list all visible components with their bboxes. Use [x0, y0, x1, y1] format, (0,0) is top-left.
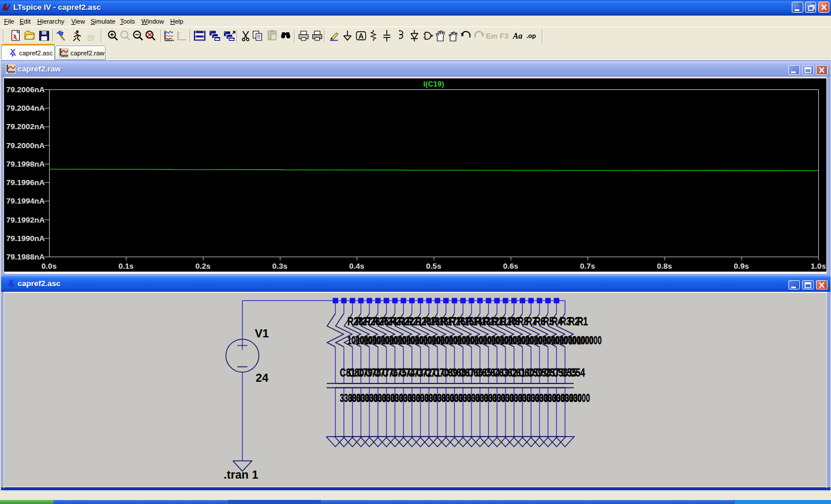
svg-text:79.1992nA: 79.1992nA — [6, 216, 45, 224]
svg-text:24: 24 — [256, 371, 269, 383]
svg-text:33000: 33000 — [570, 392, 590, 405]
svg-text:0.9s: 0.9s — [734, 262, 749, 270]
svg-text:0.1s: 0.1s — [118, 262, 133, 270]
svg-text:79.1988nA: 79.1988nA — [6, 253, 45, 261]
svg-text:C54: C54 — [570, 366, 585, 379]
svg-text:A: A — [358, 32, 364, 40]
svg-text:0.2s: 0.2s — [195, 262, 210, 270]
svg-text:0.3s: 0.3s — [272, 262, 287, 270]
svg-text:Em: Em — [486, 32, 497, 40]
svg-text:Aa: Aa — [512, 32, 522, 40]
svg-text:79.1994nA: 79.1994nA — [6, 197, 45, 205]
svg-text:79.2006nA: 79.2006nA — [6, 85, 45, 94]
svg-text:1.0s: 1.0s — [811, 262, 826, 270]
svg-text:0.8s: 0.8s — [657, 262, 672, 270]
svg-text:.tran 1: .tran 1 — [224, 468, 259, 480]
svg-text:79.1996nA: 79.1996nA — [6, 178, 45, 187]
svg-text:0.5s: 0.5s — [426, 262, 441, 270]
svg-text:R1: R1 — [577, 314, 588, 328]
svg-text:79.2002nA: 79.2002nA — [6, 122, 45, 131]
svg-text:0.4s: 0.4s — [349, 262, 364, 270]
svg-text:0.0s: 0.0s — [42, 262, 57, 270]
svg-text:0.6s: 0.6s — [503, 262, 518, 270]
svg-text:100000: 100000 — [577, 334, 602, 347]
svg-text:79.2004nA: 79.2004nA — [6, 104, 45, 112]
svg-text:79.1998nA: 79.1998nA — [6, 160, 45, 168]
svg-text:79.1990nA: 79.1990nA — [6, 234, 45, 243]
svg-text:V1: V1 — [255, 327, 269, 340]
svg-text:F3: F3 — [500, 32, 508, 40]
svg-text:.op: .op — [526, 32, 536, 39]
svg-text:79.2000nA: 79.2000nA — [6, 141, 45, 150]
svg-text:I(C19): I(C19) — [423, 80, 444, 88]
svg-text:0.7s: 0.7s — [580, 262, 595, 270]
